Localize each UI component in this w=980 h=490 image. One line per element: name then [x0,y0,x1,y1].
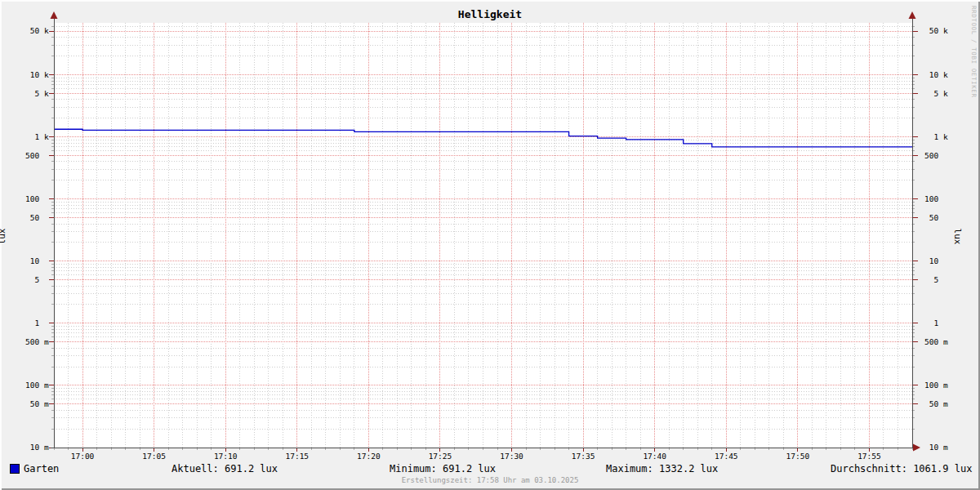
legend-series-label: Garten [24,464,59,474]
y-axis-label-left: 1 k [25,133,49,141]
x-axis-label: 17:35 [572,452,595,461]
x-axis-arrow [913,444,920,452]
stat-maximum: Maximum: 1332.2 lux [606,464,718,474]
y-axis-label-right: 10 k [924,71,948,79]
x-axis-label: 17:10 [214,452,238,461]
y-axis-label-right: 10 [924,257,948,265]
y-axis-label-left: 10 m [25,443,49,452]
x-axis-label: 17:45 [715,452,738,461]
stat-durchschnitt: Durchschnitt: 1061.9 lux [831,464,972,474]
y-axis-label-left: 500 m [25,338,49,346]
creation-timestamp: Erstellungszeit: 17:58 Uhr am 03.10.2025 [0,476,980,484]
y-axis-label-right: 1 k [924,133,948,141]
y-axis-label-right: 50 m [924,400,948,408]
x-axis-label: 17:50 [786,452,810,461]
x-axis-label: 17:00 [71,452,95,461]
y-axis-label-right: 1 [924,319,948,327]
y-axis-label-right: 5 [924,276,948,284]
y-axis-label-left: 50 [25,214,49,222]
y-axis-label-left: 1 [25,319,49,327]
y-axis-label-left: 500 [25,152,49,160]
y-axis-label-left: 10 [25,257,49,265]
y-axis-label-left: 50 k [25,27,49,35]
x-axis-label: 17:15 [285,452,309,461]
y-axis-label-right: 10 m [924,443,948,452]
plot-area [0,0,980,490]
y-axis-label-right: 5 k [924,90,948,98]
x-axis-label: 17:20 [357,452,381,461]
stat-minimum: Minimum: 691.2 lux [390,464,496,474]
y-axis-label-left: 50 m [25,400,49,408]
x-axis-label: 17:55 [858,452,881,461]
y-axis-label-right: 100 m [924,381,948,390]
y-axis-label-left: 10 k [25,71,49,79]
x-axis-label: 17:25 [429,452,452,461]
y-axis-label-left: 5 [25,276,49,284]
y-axis-label-right: 50 [924,214,948,222]
x-axis-label: 17:40 [643,452,666,461]
y-axis-label-left: 5 k [25,90,49,98]
stat-aktuell: Aktuell: 691.2 lux [172,464,278,474]
y-axis-unit-left: lux [0,229,7,245]
rrdtool-watermark: RRDTOOL / TOBI OETIKER [970,6,978,98]
y-axis-label-left: 100 m [25,381,49,390]
y-axis-label-right: 50 k [924,27,948,35]
y-axis-label-left: 100 [25,195,49,203]
x-axis-label: 17:05 [142,452,166,461]
y-axis-label-right: 500 m [924,338,948,346]
chart-title: Helligkeit [0,8,980,20]
x-axis-label: 17:30 [500,452,523,461]
y-axis-label-right: 500 [924,152,948,160]
y-axis-label-right: 100 [924,195,948,203]
y-axis-unit-right: lux [952,229,963,245]
rrdtool-graph: Helligkeit RRDTOOL / TOBI OETIKER lux lu… [0,0,980,490]
legend-swatch-garten [10,464,20,474]
